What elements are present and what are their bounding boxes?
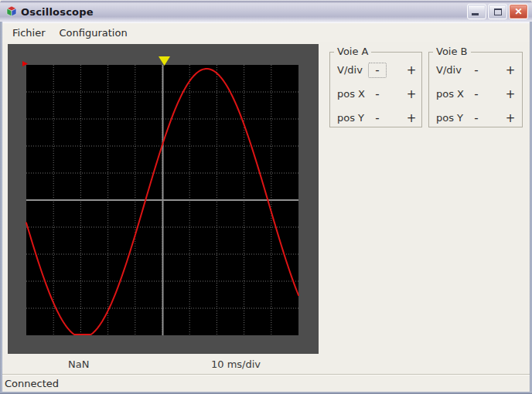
channel-b-posy-minus-button[interactable]: -	[467, 110, 486, 126]
scope-svg	[8, 44, 319, 354]
channel-a-posx-row: pos X - +	[330, 87, 421, 102]
window-border-left	[0, 22, 2, 394]
close-icon: ✕	[514, 6, 522, 17]
vdiv-label: V/div	[436, 64, 462, 76]
minimize-icon	[472, 13, 479, 15]
channel-a-posy-plus-button[interactable]: +	[402, 110, 421, 126]
channel-b-posy-plus-button[interactable]: +	[501, 110, 520, 126]
menu-bar: Fichier Configuration	[2, 23, 530, 42]
close-button[interactable]: ✕	[509, 4, 528, 19]
maximize-button[interactable]	[488, 4, 507, 19]
channel-b-group: Voie B V/div - + pos X - + pos Y - +	[428, 52, 523, 127]
status-bar: Connected	[2, 374, 530, 392]
connection-status: Connected	[2, 378, 59, 389]
menu-configuration[interactable]: Configuration	[53, 25, 135, 41]
posx-label: pos X	[436, 88, 464, 100]
channel-b-vdiv-plus-button[interactable]: +	[501, 63, 520, 78]
channel-a-posx-minus-button[interactable]: -	[368, 87, 387, 102]
channel-b-posx-minus-button[interactable]: -	[467, 87, 486, 102]
channel-a-group: Voie A V/div - + pos X - + pos Y - +	[329, 52, 422, 127]
timebase-label: 10 ms/div	[211, 358, 261, 370]
channel-a-posy-row: pos Y - +	[330, 110, 421, 126]
channel-a-posy-minus-button[interactable]: -	[368, 110, 387, 126]
channel-a-posx-plus-button[interactable]: +	[402, 87, 421, 102]
app-window: Oscilloscope ✕ Fichier Configuration NaN…	[0, 0, 532, 394]
menu-fichier[interactable]: Fichier	[5, 25, 53, 41]
channel-a-vdiv-plus-button[interactable]: +	[402, 63, 421, 78]
channel-b-title: Voie B	[433, 46, 471, 57]
channel-b-posx-plus-button[interactable]: +	[501, 87, 520, 102]
window-controls: ✕	[467, 4, 528, 19]
channel-a-vdiv-row: V/div - +	[330, 63, 421, 78]
channel-b-posy-row: pos Y - +	[429, 110, 522, 126]
vdiv-label: V/div	[337, 64, 363, 76]
channel-b-vdiv-minus-button[interactable]: -	[467, 63, 486, 78]
measure-label: NaN	[68, 358, 89, 370]
window-title: Oscilloscope	[21, 6, 94, 18]
posx-label: pos X	[337, 88, 365, 100]
posy-label: pos Y	[337, 112, 364, 124]
channel-b-vdiv-row: V/div - +	[429, 63, 522, 78]
posy-label: pos Y	[436, 112, 463, 124]
trigger-position-marker-icon[interactable]	[159, 56, 170, 66]
scope-panel	[8, 44, 319, 354]
channel-a-vdiv-minus-button[interactable]: -	[368, 63, 387, 78]
title-bar[interactable]: Oscilloscope ✕	[0, 0, 532, 23]
maximize-icon	[494, 8, 502, 15]
minimize-button[interactable]	[467, 4, 486, 19]
app-icon	[5, 5, 18, 18]
channel-a-title: Voie A	[334, 46, 371, 57]
channel-b-posx-row: pos X - +	[429, 87, 522, 102]
